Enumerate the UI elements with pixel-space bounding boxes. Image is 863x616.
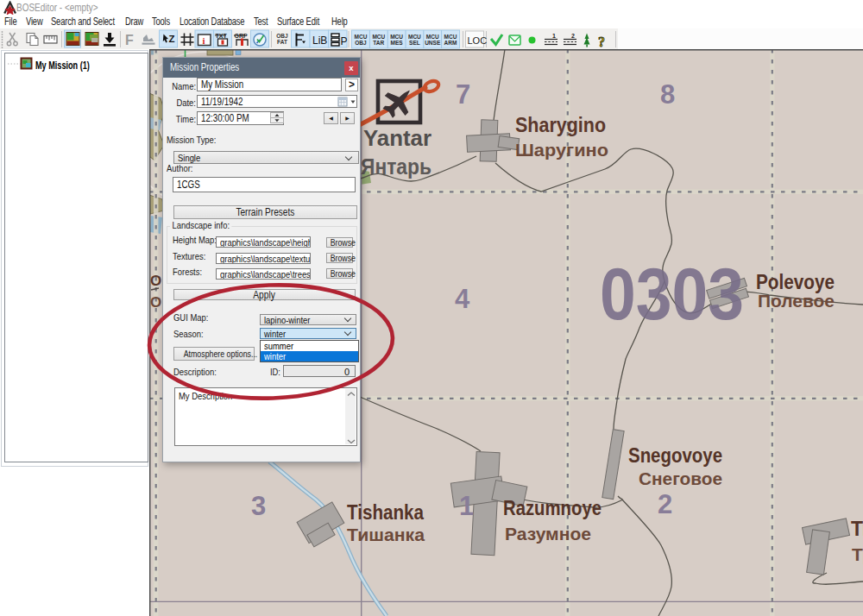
svg-text:Razumnoye: Razumnoye [503, 497, 602, 519]
svg-text:Тр: Тр [852, 544, 863, 564]
svg-text:Янтарь: Янтарь [361, 154, 432, 179]
svg-text:4: 4 [455, 284, 470, 314]
svg-text:Тишанка: Тишанка [347, 525, 425, 544]
svg-text:7: 7 [456, 79, 470, 110]
svg-text:0303: 0303 [600, 253, 744, 335]
svg-text:O: O [150, 273, 161, 289]
svg-text:Snegovoye: Snegovoye [628, 444, 722, 467]
svg-text:Sharygino: Sharygino [515, 114, 606, 136]
svg-text:Полевое: Полевое [758, 291, 835, 311]
svg-text:Polevoye: Polevoye [756, 271, 835, 293]
svg-text:Yantar: Yantar [363, 126, 432, 150]
svg-text:8: 8 [660, 79, 675, 110]
svg-text:Снеговое: Снеговое [639, 468, 722, 488]
svg-text:Шаругино: Шаругино [515, 140, 608, 160]
svg-text:2: 2 [658, 489, 672, 519]
svg-text:Tr: Tr [851, 518, 863, 540]
svg-text:О: О [150, 294, 161, 311]
svg-text:Разумное: Разумное [505, 524, 591, 544]
svg-text:Tishanka: Tishanka [347, 501, 424, 524]
svg-text:3: 3 [251, 491, 266, 521]
svg-text:1: 1 [459, 491, 474, 521]
